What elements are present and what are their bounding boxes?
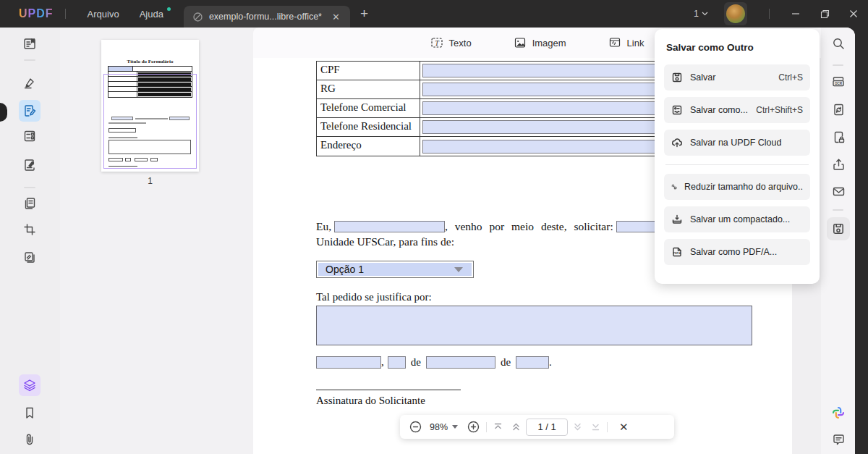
zoom-out-button[interactable]: [409, 420, 422, 434]
tab-close-icon[interactable]: ✕: [329, 12, 343, 22]
panel-collapse-handle[interactable]: [0, 103, 7, 122]
day-field[interactable]: [388, 356, 406, 369]
menu-item-label: Salvar: [690, 72, 715, 83]
field-label: RG: [317, 80, 420, 98]
protect-button[interactable]: [827, 125, 850, 148]
close-window-button[interactable]: [839, 0, 868, 28]
convert-button[interactable]: [827, 98, 850, 121]
svg-text:PDF/A: PDF/A: [673, 252, 681, 255]
sidebar-item-annotate[interactable]: [19, 72, 41, 94]
sidebar-item-crop[interactable]: [19, 219, 41, 240]
link-icon: [608, 36, 621, 49]
texto-label: Texto: [449, 38, 472, 49]
tab-count-value: 1: [694, 9, 699, 19]
separator: .: [549, 356, 552, 369]
share-icon: [832, 158, 846, 172]
ai-assistant-button[interactable]: [827, 401, 850, 424]
zoom-dropdown-arrow[interactable]: [452, 425, 458, 429]
ai-assistant-icon: [830, 405, 846, 421]
sidebar-item-forms[interactable]: [19, 125, 41, 147]
updf-logo: UPDF: [19, 7, 54, 20]
menu-item-salvar[interactable]: Salvar Ctrl+S: [664, 64, 810, 91]
notification-dot: [167, 7, 171, 11]
menu-ajuda[interactable]: Ajuda: [129, 9, 174, 20]
field-label: Telefone Residencial: [317, 118, 420, 136]
sidebar-item-organize-pages[interactable]: [19, 193, 41, 214]
feedback-icon: [832, 433, 846, 447]
opcao-dropdown[interactable]: Opção 1: [316, 261, 474, 278]
attachment-icon: [22, 432, 37, 447]
restore-button[interactable]: [810, 0, 839, 28]
sidebar-item-edit-pdf[interactable]: [19, 100, 41, 122]
signature-line: [316, 390, 461, 390]
first-page-button[interactable]: [493, 421, 503, 432]
chevron-down-icon: [702, 12, 708, 16]
document-tab[interactable]: exemplo-formu...libre-office* ✕: [184, 6, 350, 28]
sidebar-item-watermark[interactable]: [19, 246, 41, 268]
email-icon: [832, 185, 846, 198]
search-button[interactable]: [827, 32, 850, 55]
account-button[interactable]: [724, 2, 747, 25]
name-field[interactable]: [334, 221, 445, 232]
sidebar-item-reader[interactable]: [19, 33, 41, 54]
new-tab-button[interactable]: +: [360, 6, 368, 22]
feedback-button[interactable]: [827, 428, 850, 451]
menu-item-salvar-pdfa[interactable]: PDF/A Salvar como PDF/A...: [664, 239, 810, 265]
signature-label: Assinatura do Solicitante: [316, 395, 425, 407]
last-page-button[interactable]: [590, 421, 601, 432]
search-icon: [832, 37, 846, 51]
texto-button[interactable]: T Texto: [430, 36, 472, 49]
save-icon: [671, 72, 683, 83]
tab-count-dropdown[interactable]: 1: [694, 9, 708, 19]
city-field[interactable]: [316, 356, 381, 369]
menu-item-reduzir-tamanho[interactable]: Reduzir tamanho do arquivo..: [664, 174, 810, 200]
field-label: Telefone Comercial: [317, 99, 420, 117]
menu-item-shortcut: Ctrl+Shift+S: [756, 105, 803, 115]
share-button[interactable]: [827, 153, 850, 176]
date-row: , de de .: [316, 356, 552, 369]
cloud-upload-icon: [671, 137, 683, 148]
ocr-button[interactable]: OCR: [827, 70, 850, 93]
sidebar-item-bookmarks[interactable]: [19, 402, 41, 424]
menu-item-label: Salvar como PDF/A...: [690, 247, 777, 257]
justification-textarea[interactable]: [316, 306, 752, 345]
svg-text:T: T: [435, 39, 440, 47]
field-label: Endereço: [317, 137, 420, 156]
email-button[interactable]: [827, 180, 850, 203]
menu-item-label: Reduzir tamanho do arquivo..: [684, 182, 803, 192]
sidebar-item-layers[interactable]: [19, 374, 41, 396]
zoom-level[interactable]: 98%: [430, 422, 448, 432]
imagem-button[interactable]: Imagem: [514, 36, 566, 49]
previous-page-button[interactable]: [511, 421, 522, 432]
month-field[interactable]: [426, 356, 495, 369]
menu-divider: [665, 164, 809, 165]
highlighter-icon: [22, 76, 37, 91]
menu-item-salvar-como[interactable]: Salvar como... Ctrl+Shift+S: [664, 97, 810, 123]
ocr-icon: OCR: [831, 75, 846, 89]
save-button[interactable]: [827, 217, 850, 240]
menu-ajuda-label: Ajuda: [140, 9, 163, 20]
year-field[interactable]: [516, 356, 549, 369]
next-page-button[interactable]: [572, 421, 583, 432]
sidebar-item-sign[interactable]: [19, 154, 41, 176]
menu-arquivo[interactable]: Arquivo: [77, 9, 129, 20]
dropdown-arrow-icon: [454, 267, 463, 272]
link-button[interactable]: Link: [608, 36, 644, 49]
zoom-in-button[interactable]: [467, 420, 480, 434]
menu-item-salvar-compactado[interactable]: Salvar um compactado...: [664, 206, 810, 232]
tab-document-icon: [192, 12, 203, 22]
page-indicator[interactable]: 1 / 1: [526, 419, 568, 436]
reader-icon: [22, 36, 37, 51]
titlebar-divider: [769, 9, 770, 19]
bookmark-icon: [22, 405, 37, 420]
close-toolbar-button[interactable]: ✕: [619, 421, 629, 434]
page-thumbnail[interactable]: Título do Formulário: [101, 40, 199, 172]
thumbnail-form-title: Título do Formulário: [101, 59, 199, 64]
sidebar-item-attachments[interactable]: [19, 429, 41, 450]
menu-item-label: Salvar como...: [690, 105, 748, 115]
menu-item-salvar-updf-cloud[interactable]: Salvar na UPDF Cloud: [664, 130, 810, 156]
sidebar-divider: [24, 187, 35, 188]
minimize-button[interactable]: [781, 0, 810, 28]
para-prefix: Eu,: [316, 220, 331, 232]
sidebar-divider: [833, 209, 843, 211]
